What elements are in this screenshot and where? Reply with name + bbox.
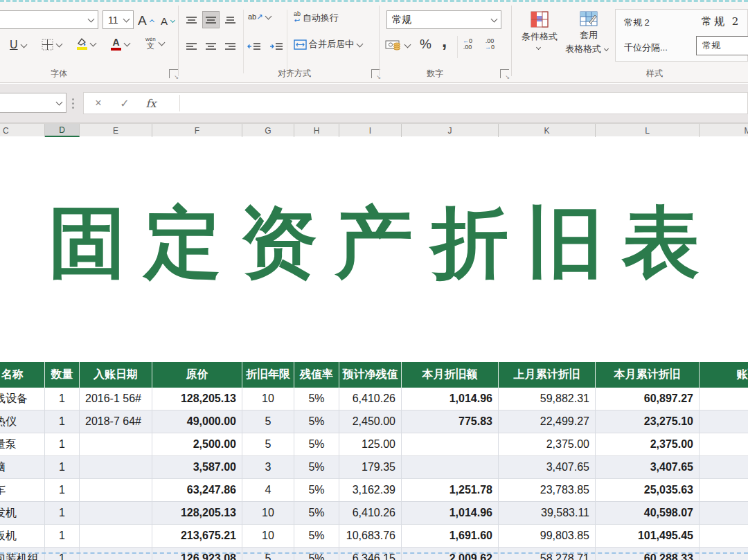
- cell[interactable]: 3: [700, 479, 748, 502]
- cell[interactable]: 5%: [294, 548, 339, 560]
- increase-font-size-button[interactable]: A: [138, 11, 158, 30]
- cell[interactable]: 2,500.00: [152, 433, 242, 456]
- cell[interactable]: 1,251.78: [402, 479, 499, 502]
- column-header-D[interactable]: D: [45, 124, 80, 137]
- cell[interactable]: 10: [242, 502, 294, 525]
- table-header-cell[interactable]: 折旧年限: [242, 362, 294, 388]
- cell[interactable]: 脑: [0, 456, 45, 479]
- cell[interactable]: 25,035.63: [596, 479, 700, 502]
- percent-style-button[interactable]: %: [420, 37, 431, 52]
- wrap-text-button[interactable]: ab ↩ 自动换行: [294, 11, 339, 24]
- cell[interactable]: 58,278.71: [499, 548, 596, 560]
- cell-style-item[interactable]: 常规 2: [624, 17, 650, 29]
- cell[interactable]: [80, 548, 152, 560]
- cell[interactable]: 10: [242, 388, 294, 410]
- cell[interactable]: 40,598.07: [596, 502, 700, 525]
- cell[interactable]: 5%: [294, 388, 339, 410]
- font-color-button[interactable]: A: [111, 37, 134, 51]
- cell[interactable]: 板机: [0, 525, 45, 548]
- font-dialog-launcher-icon[interactable]: [169, 69, 178, 78]
- table-header-cell[interactable]: 名称: [0, 362, 45, 388]
- cell[interactable]: 126,923.08: [152, 548, 242, 560]
- cell[interactable]: 5: [242, 548, 294, 560]
- align-right-button[interactable]: [222, 37, 239, 55]
- table-header-cell[interactable]: 数量: [45, 362, 80, 388]
- cell[interactable]: 1,014.96: [402, 388, 499, 410]
- merge-center-button[interactable]: 合并后居中: [294, 38, 366, 51]
- cell[interactable]: 发机: [0, 502, 45, 525]
- enter-button[interactable]: ✓: [114, 93, 135, 114]
- cell[interactable]: 99,803.85: [499, 525, 596, 548]
- cell[interactable]: 5%: [294, 479, 339, 502]
- cell[interactable]: 包装机组: [0, 548, 45, 560]
- number-dialog-launcher-icon[interactable]: [500, 69, 509, 78]
- table-header-cell[interactable]: 本月累计折旧: [596, 362, 700, 388]
- cell[interactable]: [80, 433, 152, 456]
- cell[interactable]: [80, 456, 152, 479]
- align-middle-button[interactable]: [202, 11, 220, 28]
- cell[interactable]: 4: [242, 479, 294, 502]
- cell[interactable]: 1: [45, 502, 80, 525]
- cell[interactable]: 63,247.86: [152, 479, 242, 502]
- cell[interactable]: 22,499.27: [499, 410, 596, 433]
- cell[interactable]: 6: [700, 548, 748, 560]
- cell[interactable]: 1: [45, 525, 80, 548]
- fill-color-button[interactable]: [76, 37, 100, 50]
- cell[interactable]: [402, 456, 499, 479]
- cell[interactable]: 1: [45, 456, 80, 479]
- cell[interactable]: 3: [242, 456, 294, 479]
- font-name-combo[interactable]: [0, 10, 98, 29]
- column-header-I[interactable]: I: [339, 124, 402, 137]
- cell[interactable]: 2,375.00: [499, 433, 596, 456]
- cell[interactable]: 23,275.10: [596, 410, 700, 433]
- number-format-combo[interactable]: 常规: [386, 10, 501, 29]
- column-header-J[interactable]: J: [402, 124, 499, 137]
- cell-style-item-selected[interactable]: 常规: [696, 36, 748, 55]
- cell[interactable]: 3,407.65: [499, 456, 596, 479]
- cell[interactable]: 179.35: [339, 456, 402, 479]
- increase-indent-button[interactable]: [267, 37, 285, 55]
- cell[interactable]: 1: [45, 479, 80, 502]
- cell[interactable]: 128,205.13: [152, 502, 242, 525]
- align-center-button[interactable]: [202, 37, 220, 55]
- table-header-cell[interactable]: 账面: [700, 362, 748, 388]
- cell[interactable]: 2016-1 56#: [80, 388, 152, 410]
- cell[interactable]: 2,450.00: [339, 410, 402, 433]
- cell[interactable]: 1: [45, 410, 80, 433]
- cell[interactable]: 10,683.76: [339, 525, 402, 548]
- cell[interactable]: [700, 456, 748, 479]
- cell[interactable]: 8: [700, 502, 748, 525]
- cell[interactable]: 23,783.85: [499, 479, 596, 502]
- cell[interactable]: 39,583.11: [499, 502, 596, 525]
- cell[interactable]: 11: [700, 525, 748, 548]
- cell-style-item[interactable]: 常规 2: [702, 15, 740, 28]
- column-header-E[interactable]: E: [80, 124, 152, 137]
- cell[interactable]: [402, 433, 499, 456]
- conditional-formatting-button[interactable]: 条件格式: [518, 11, 561, 51]
- cell[interactable]: 2018-7 64#: [80, 410, 152, 433]
- cell[interactable]: 1: [45, 548, 80, 560]
- decrease-decimal-button[interactable]: .00 →0: [485, 38, 495, 51]
- cell[interactable]: 60,897.27: [596, 388, 700, 410]
- cell[interactable]: 1: [45, 433, 80, 456]
- cell[interactable]: 59,882.31: [499, 388, 596, 410]
- cell[interactable]: 1,691.60: [402, 525, 499, 548]
- cell[interactable]: 1: [45, 388, 80, 410]
- cell[interactable]: 101,495.45: [596, 525, 700, 548]
- cell[interactable]: 车: [0, 479, 45, 502]
- align-top-button[interactable]: [183, 11, 200, 28]
- formula-input[interactable]: [181, 93, 747, 114]
- underline-button[interactable]: U: [10, 39, 30, 51]
- cell[interactable]: 量泵: [0, 433, 45, 456]
- cell[interactable]: 10: [242, 525, 294, 548]
- decrease-indent-button[interactable]: [245, 37, 262, 55]
- increase-decimal-button[interactable]: ←0 .00: [463, 38, 472, 51]
- cell[interactable]: 2,009.62: [402, 548, 499, 560]
- cell[interactable]: 125.00: [339, 433, 402, 456]
- column-header-M[interactable]: M: [700, 124, 748, 137]
- cell[interactable]: 热仪: [0, 410, 45, 433]
- cell[interactable]: 线设备: [0, 388, 45, 410]
- table-header-cell[interactable]: 本月折旧额: [402, 362, 499, 388]
- column-header-H[interactable]: H: [294, 124, 339, 137]
- font-size-combo[interactable]: 11: [103, 10, 134, 29]
